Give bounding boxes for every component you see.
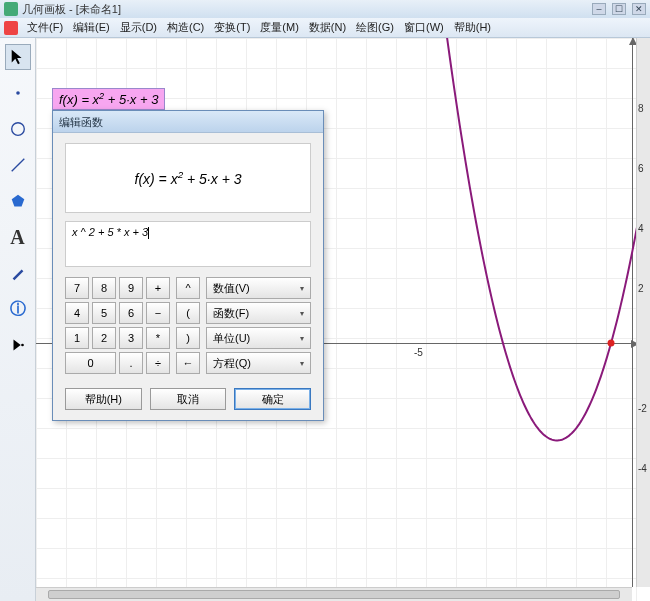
close-button[interactable]: ✕ bbox=[632, 3, 646, 15]
menu-edit[interactable]: 编辑(E) bbox=[68, 18, 115, 37]
key-back[interactable]: ← bbox=[176, 352, 200, 374]
chevron-down-icon: ▾ bbox=[300, 334, 304, 343]
btn-unit[interactable]: 单位(U)▾ bbox=[206, 327, 311, 349]
key-8[interactable]: 8 bbox=[92, 277, 116, 299]
key-7[interactable]: 7 bbox=[65, 277, 89, 299]
btn-value[interactable]: 数值(V)▾ bbox=[206, 277, 311, 299]
titlebar: 几何画板 - [未命名1] – ☐ ✕ bbox=[0, 0, 650, 18]
chevron-down-icon: ▾ bbox=[300, 359, 304, 368]
edit-function-dialog: 编辑函数 f(x) = x2 + 5·x + 3 x ^ 2 + 5 * x +… bbox=[52, 110, 324, 421]
function-curve bbox=[392, 38, 650, 440]
menu-file[interactable]: 文件(F) bbox=[22, 18, 68, 37]
key-dot[interactable]: . bbox=[119, 352, 143, 374]
key-5[interactable]: 5 bbox=[92, 302, 116, 324]
cancel-button[interactable]: 取消 bbox=[150, 388, 227, 410]
dialog-title[interactable]: 编辑函数 bbox=[53, 111, 323, 133]
key-1[interactable]: 1 bbox=[65, 327, 89, 349]
key-6[interactable]: 6 bbox=[119, 302, 143, 324]
tool-circle[interactable] bbox=[5, 116, 31, 142]
minimize-button[interactable]: – bbox=[592, 3, 606, 15]
btn-equation[interactable]: 方程(Q)▾ bbox=[206, 352, 311, 374]
ok-button[interactable]: 确定 bbox=[234, 388, 311, 410]
key-caret[interactable]: ^ bbox=[176, 277, 200, 299]
y-tick-label: 4 bbox=[638, 223, 644, 234]
ops-col: ^ ( ) ← bbox=[176, 277, 200, 374]
function-preview: f(x) = x2 + 5·x + 3 bbox=[65, 143, 311, 213]
mdi-icon bbox=[4, 21, 18, 35]
key-div[interactable]: ÷ bbox=[146, 352, 170, 374]
app-title: 几何画板 - [未命名1] bbox=[22, 2, 121, 17]
menubar: 文件(F) 编辑(E) 显示(D) 构造(C) 变换(T) 度量(M) 数据(N… bbox=[0, 18, 650, 38]
y-tick-label: 8 bbox=[638, 103, 644, 114]
svg-marker-3 bbox=[11, 195, 24, 207]
y-tick-label: -4 bbox=[638, 463, 647, 474]
help-button[interactable]: 帮助(H) bbox=[65, 388, 142, 410]
expression-input[interactable]: x ^ 2 + 5 * x + 3 bbox=[65, 221, 311, 267]
function-label[interactable]: f(x) = x2 + 5·x + 3 bbox=[52, 88, 165, 110]
y-tick-label: 2 bbox=[638, 283, 644, 294]
svg-point-1 bbox=[11, 123, 24, 136]
horizontal-scrollbar[interactable] bbox=[36, 587, 632, 601]
key-minus[interactable]: − bbox=[146, 302, 170, 324]
tool-marker[interactable] bbox=[5, 260, 31, 286]
key-9[interactable]: 9 bbox=[119, 277, 143, 299]
menu-number[interactable]: 数据(N) bbox=[304, 18, 351, 37]
svg-line-2 bbox=[11, 159, 24, 172]
menu-transform[interactable]: 变换(T) bbox=[209, 18, 255, 37]
menu-graph[interactable]: 绘图(G) bbox=[351, 18, 399, 37]
key-lparen[interactable]: ( bbox=[176, 302, 200, 324]
tool-info[interactable]: ⓘ bbox=[5, 296, 31, 322]
tool-custom[interactable] bbox=[5, 332, 31, 358]
menu-display[interactable]: 显示(D) bbox=[115, 18, 162, 37]
workarea: A ⓘ f(x) = x2 + 5·x + 3 编辑函数 f(x) = x2 +… bbox=[0, 38, 650, 601]
func-buttons: 数值(V)▾ 函数(F)▾ 单位(U)▾ 方程(Q)▾ bbox=[206, 277, 311, 374]
key-plus[interactable]: + bbox=[146, 277, 170, 299]
key-0[interactable]: 0 bbox=[65, 352, 116, 374]
maximize-button[interactable]: ☐ bbox=[612, 3, 626, 15]
x-tick-label: -5 bbox=[414, 347, 423, 358]
app-icon bbox=[4, 2, 18, 16]
btn-function[interactable]: 函数(F)▾ bbox=[206, 302, 311, 324]
key-rparen[interactable]: ) bbox=[176, 327, 200, 349]
key-3[interactable]: 3 bbox=[119, 327, 143, 349]
key-4[interactable]: 4 bbox=[65, 302, 89, 324]
chevron-down-icon: ▾ bbox=[300, 309, 304, 318]
menu-window[interactable]: 窗口(W) bbox=[399, 18, 449, 37]
tool-polygon[interactable] bbox=[5, 188, 31, 214]
chevron-down-icon: ▾ bbox=[300, 284, 304, 293]
svg-point-4 bbox=[21, 344, 24, 347]
menu-construct[interactable]: 构造(C) bbox=[162, 18, 209, 37]
y-tick-label: -2 bbox=[638, 403, 647, 414]
svg-point-0 bbox=[16, 91, 20, 95]
key-2[interactable]: 2 bbox=[92, 327, 116, 349]
menu-help[interactable]: 帮助(H) bbox=[449, 18, 496, 37]
key-times[interactable]: * bbox=[146, 327, 170, 349]
keypad: 7 8 9 + 4 5 6 − 1 2 3 * 0 . ÷ bbox=[65, 277, 170, 374]
tool-point[interactable] bbox=[5, 80, 31, 106]
menu-measure[interactable]: 度量(M) bbox=[255, 18, 304, 37]
y-tick-label: 6 bbox=[638, 163, 644, 174]
window-controls: – ☐ ✕ bbox=[592, 3, 646, 15]
tool-text[interactable]: A bbox=[5, 224, 31, 250]
canvas[interactable]: f(x) = x2 + 5·x + 3 编辑函数 f(x) = x2 + 5·x… bbox=[36, 38, 650, 601]
tool-select[interactable] bbox=[5, 44, 31, 70]
toolbar: A ⓘ bbox=[0, 38, 36, 601]
plot-point[interactable] bbox=[608, 340, 615, 347]
scroll-thumb[interactable] bbox=[48, 590, 620, 599]
tool-line[interactable] bbox=[5, 152, 31, 178]
vertical-scrollbar[interactable] bbox=[636, 38, 650, 587]
